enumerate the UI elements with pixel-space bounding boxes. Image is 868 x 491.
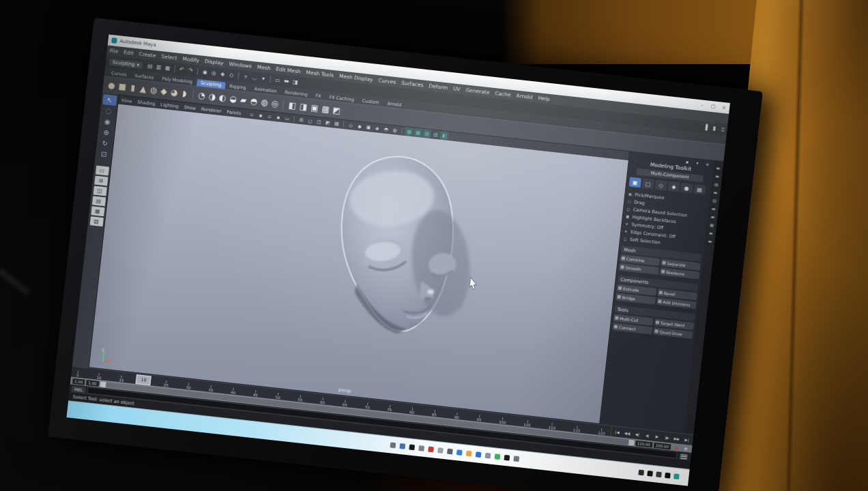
sidebar-channel-box-icon[interactable]: ▯ [719,123,728,136]
step-back-frame-button[interactable]: ◀◀ [622,428,632,438]
menu-item[interactable]: Arnold [513,92,536,100]
layout-single-pane-button[interactable]: ▭ [95,166,108,176]
exposure-icon[interactable]: ▨ [431,130,440,139]
menu-item[interactable]: Display [202,58,227,67]
freeze-brush-icon[interactable]: ◩ [332,102,343,119]
select-object-icon[interactable]: ◎ [209,67,218,79]
lasso-tool[interactable]: ◌ [101,105,116,117]
selection-mask-icon[interactable]: ◇ [227,69,236,81]
taskbar-app-icon[interactable] [400,443,406,449]
menu-item[interactable]: Mesh [254,63,274,72]
use-lights-icon[interactable]: ◈ [373,123,381,133]
menu-item[interactable]: Surfaces [399,80,426,89]
close-button[interactable]: × [719,104,730,111]
side-tab-icon[interactable]: ▥ [710,197,719,203]
menu-item[interactable]: Curves [375,77,399,86]
range-handle-left[interactable] [100,381,106,387]
menu-item[interactable]: Modify [179,55,203,64]
taskbar-app-icon[interactable] [476,451,482,458]
taskbar-app-icon[interactable] [485,453,491,459]
resolution-gate-icon[interactable]: ◫ [315,117,323,126]
select-tool[interactable]: ↖ [102,94,117,106]
side-tab-icon[interactable]: ▤ [712,181,721,187]
tray-icon[interactable] [638,470,644,476]
viewport-canvas[interactable]: y persp [89,104,628,423]
taskbar-app-icon[interactable] [447,449,453,455]
spray-brush-icon[interactable]: ◍ [259,93,270,110]
xray-joints-icon[interactable]: ▧ [422,129,431,138]
smooth-brush-icon[interactable]: ◑ [207,88,217,105]
tray-icon[interactable] [656,471,662,477]
side-tab-icon[interactable]: ▬ [709,205,718,211]
field-chart-icon[interactable]: ▤ [332,119,341,128]
menu-item[interactable]: UV [450,85,464,93]
side-tab-icon[interactable]: ▬ [706,237,714,243]
menu-item[interactable]: Create [136,50,159,59]
plane-primitive-icon[interactable]: ◆ [159,83,169,100]
radio-control[interactable]: ◉ [627,191,633,196]
menu-item[interactable]: Edit [121,49,136,57]
knife-brush-icon[interactable]: ◧ [287,97,298,114]
film-gate-icon[interactable]: ◻ [306,116,315,125]
cube-primitive-icon[interactable]: ■ [117,78,128,95]
step-back-key-button[interactable]: ◀| [633,428,642,439]
animation-start-field[interactable]: 1.00 [72,378,85,385]
range-handle-right[interactable] [628,439,635,445]
camera-attributes-icon[interactable]: ▫ [265,111,274,121]
viewport-menu-item[interactable]: View [119,97,135,104]
rotate-tool[interactable]: ↻ [98,138,113,149]
save-scene-icon[interactable]: ▦ [163,62,173,74]
flatten-brush-icon[interactable]: ▰ [239,91,249,108]
foamy-brush-icon[interactable]: ◓ [248,93,259,110]
sphere-primitive-icon[interactable]: ● [106,77,117,94]
xray-icon[interactable]: ▦ [414,128,422,137]
side-tab-icon[interactable]: ▬ [711,189,720,195]
move-tool[interactable]: ⊕ [99,127,114,138]
smear-brush-icon[interactable]: ◨ [298,98,309,115]
tray-icon[interactable] [674,473,680,479]
taskbar-app-icon[interactable] [409,445,416,451]
layout-two-side-button[interactable]: ◫ [93,185,106,196]
multi-mode-button[interactable]: ▦ [693,184,706,195]
undo-icon[interactable]: ↶ [177,63,187,76]
taskbar-app-icon[interactable] [495,453,501,460]
drop-control[interactable]: ▾ [624,221,630,226]
menu-item[interactable]: Deform [426,83,451,91]
render-settings-icon[interactable]: ◨ [291,76,300,88]
check-control[interactable]: ◻ [626,206,632,211]
amplify-brush-icon[interactable]: ▩ [320,100,331,117]
menu-item[interactable]: Cache [492,90,514,98]
redo-icon[interactable]: ↷ [186,64,196,76]
drop-control[interactable]: ▾ [623,228,629,234]
maximize-button[interactable]: ▢ [708,103,719,110]
drop-primitive-icon[interactable]: ◗ [179,85,190,102]
step-forward-key-button[interactable]: |▶ [663,432,672,443]
snap-curve-icon[interactable]: ◡ [250,72,259,84]
gate-mask-icon[interactable]: ◩ [323,118,332,128]
side-tab-icon[interactable]: ▬ [713,173,722,179]
menu-item[interactable]: Windows [226,61,255,70]
menu-set-dropdown[interactable]: Sculpting ▾ [109,58,143,68]
layout-hypershade-button[interactable]: ▧ [89,216,103,226]
uv-mode-button[interactable]: ● [680,183,693,194]
current-frame-marker[interactable]: 10 [136,374,151,385]
taskbar-app-icon[interactable] [466,451,472,457]
viewport-menu-item[interactable]: Shading [134,99,158,107]
lock-camera-icon[interactable]: ▪ [256,110,265,120]
viewport-menu-item[interactable]: Panels [224,108,244,116]
taskbar-app-icon[interactable] [514,456,520,462]
ipr-render-icon[interactable]: ▬ [282,75,291,87]
scale-tool[interactable]: ⊡ [96,149,111,160]
new-scene-icon[interactable]: ▤ [145,60,155,72]
repeat-brush-icon[interactable]: ◎ [270,95,280,112]
select-hierarchy-icon[interactable]: ◉ [201,66,210,78]
snap-grid-icon[interactable]: ▿ [241,70,250,83]
face-mode-button[interactable]: ◆ [667,181,680,192]
check-control[interactable]: ◻ [622,236,628,241]
step-forward-frame-button[interactable]: ▶▶ [672,433,682,444]
taskbar-app-icon[interactable] [457,449,463,456]
gamma-icon[interactable]: ◧ [440,131,449,140]
grab-brush-icon[interactable]: ◐ [218,89,228,106]
menu-item[interactable]: Help [535,95,553,103]
sculpt-brush-icon[interactable]: ◔ [197,87,207,104]
